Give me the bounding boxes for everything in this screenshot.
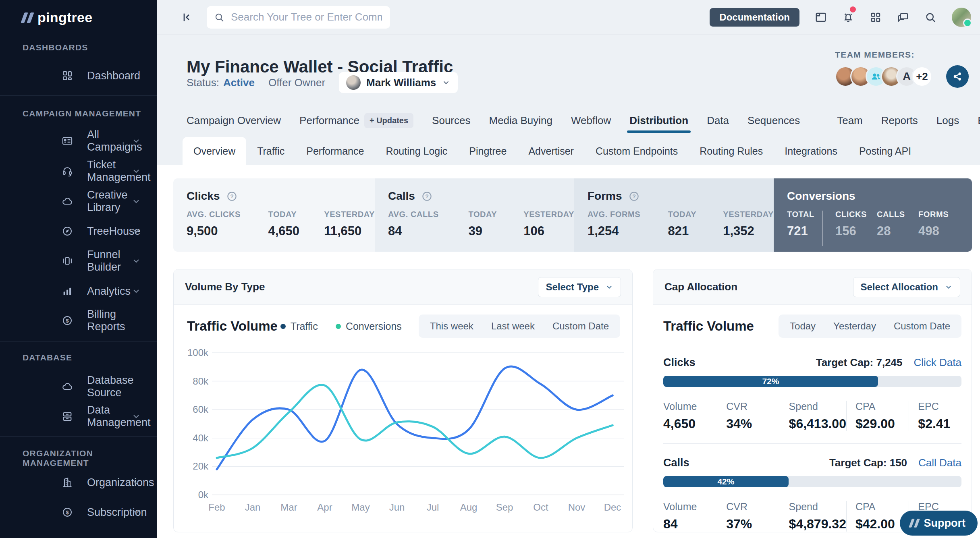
legend-item-conversions: Conversions: [336, 321, 402, 332]
subtab-routing-rules[interactable]: Routing Rules: [689, 137, 774, 165]
tab-performance[interactable]: Performance+ Updates: [299, 108, 413, 133]
tab-sequences[interactable]: Sequences: [747, 108, 800, 133]
help-icon[interactable]: ?: [421, 191, 432, 202]
chevron-down-icon: [945, 283, 953, 291]
sidebar-divider: [0, 341, 157, 341]
notification-badge-dot: [850, 6, 856, 12]
pingtree-logo[interactable]: pingtree: [23, 10, 93, 25]
svg-text:?: ?: [425, 193, 428, 199]
range-this-week[interactable]: This week: [421, 321, 482, 332]
date-range-pills: This week Last week Custom Date: [419, 315, 620, 338]
sidebar-item-treehouse[interactable]: TreeHouse: [0, 222, 157, 240]
offer-owner-select[interactable]: Mark Williams: [339, 72, 458, 93]
subtab-traffic[interactable]: Traffic: [246, 137, 295, 165]
search-icon: [214, 12, 224, 23]
subtab-advertiser[interactable]: Advertiser: [517, 137, 585, 165]
date-range-pills: Today Yesterday Custom Date: [779, 315, 961, 338]
stats-card-forms: Forms ? AVG. FORMS1,254 TODAY821 YESTERD…: [574, 178, 774, 252]
sidebar-item-billing-reports[interactable]: $ Billing Reports: [0, 312, 157, 329]
range-custom-date[interactable]: Custom Date: [885, 321, 959, 332]
search-icon[interactable]: [924, 11, 936, 23]
tab-team[interactable]: Team: [837, 108, 863, 133]
sidebar-item-organizations[interactable]: Organizations: [0, 474, 157, 491]
help-icon[interactable]: ?: [226, 191, 237, 202]
subtab-overview[interactable]: Overview: [183, 137, 246, 165]
tab-brand[interactable]: Brand: [978, 108, 980, 133]
calls-progress-bar: 42%: [663, 476, 961, 487]
subtab-custom-endpoints[interactable]: Custom Endpoints: [585, 137, 689, 165]
headset-icon: [61, 165, 73, 177]
sidebar-item-dashboard[interactable]: Dashboard: [0, 67, 157, 85]
stat-label: CPA: [855, 401, 909, 412]
stat-label: YESTERDAY: [324, 210, 375, 219]
chat-icon[interactable]: [897, 11, 909, 23]
subtab-integrations[interactable]: Integrations: [774, 137, 848, 165]
help-icon[interactable]: ?: [629, 191, 639, 202]
tab-webflow[interactable]: Webflow: [571, 108, 611, 133]
chevron-down-icon: [131, 136, 141, 146]
tab-media-buying[interactable]: Media Buying: [489, 108, 552, 133]
sidebar-item-analytics[interactable]: Analytics: [0, 282, 157, 300]
tab-reports[interactable]: Reports: [881, 108, 918, 133]
stat-value: 106: [523, 224, 574, 238]
funnel-columns-icon: [61, 255, 73, 267]
cap-section-clicks: Clicks Target Cap: 7,245 Click Data 72% …: [663, 355, 961, 444]
stat-label: TODAY: [468, 210, 523, 219]
notifications-bell-icon[interactable]: [842, 11, 854, 23]
cap-name: Clicks: [663, 356, 696, 369]
search-input[interactable]: [230, 10, 383, 24]
tab-logs[interactable]: Logs: [936, 108, 959, 133]
subtab-pingtree[interactable]: Pingtree: [458, 137, 517, 165]
user-avatar[interactable]: [952, 8, 971, 27]
stat-value: $29.00: [855, 416, 909, 431]
sidebar-item-creative-library[interactable]: Creative Library: [0, 192, 157, 210]
progress-fill: 72%: [663, 376, 878, 387]
share-button[interactable]: [946, 65, 969, 88]
bar-chart-icon: [61, 285, 73, 297]
section-divider: [663, 443, 961, 444]
subtab-performance[interactable]: Performance: [295, 137, 375, 165]
tab-campaign-overview[interactable]: Campaign Overview: [187, 108, 281, 133]
tab-sources[interactable]: Sources: [432, 108, 470, 133]
range-last-week[interactable]: Last week: [482, 321, 544, 332]
sidebar-item-funnel-builder[interactable]: Funnel Builder: [0, 252, 157, 270]
stat-value: 84: [388, 224, 468, 238]
select-allocation-dropdown[interactable]: Select Allocation: [853, 277, 961, 297]
call-data-link[interactable]: Call Data: [918, 457, 961, 469]
stats-band: Clicks ? AVG. CLICKS9,500 TODAY4,650 YES…: [173, 178, 972, 252]
documentation-button[interactable]: Documentation: [710, 8, 799, 27]
sidebar-item-data-management[interactable]: Data Management: [0, 408, 157, 425]
select-type-dropdown[interactable]: Select Type: [538, 277, 621, 297]
stat-label: YESTERDAY: [723, 210, 774, 219]
sidebar-item-ticket-management[interactable]: Ticket Management: [0, 162, 157, 180]
building-icon: [61, 476, 73, 488]
subtab-posting-api[interactable]: Posting API: [848, 137, 922, 165]
tab-data[interactable]: Data: [707, 108, 729, 133]
sidebar-section-dashboards: DASHBOARDS: [23, 43, 88, 52]
apps-grid-icon[interactable]: [870, 11, 882, 23]
subtab-routing-logic[interactable]: Routing Logic: [375, 137, 458, 165]
pingtree-logo-icon: [23, 12, 32, 23]
target-cap: Target Cap: 150: [829, 457, 907, 469]
window-icon[interactable]: [815, 11, 827, 23]
compass-icon: [61, 225, 73, 237]
click-data-link[interactable]: Click Data: [914, 356, 961, 369]
stat-value: $2.41: [918, 416, 961, 431]
range-yesterday[interactable]: Yesterday: [824, 321, 885, 332]
sidebar-item-all-campaigns[interactable]: All Campaigns: [0, 132, 157, 150]
support-button[interactable]: Support: [900, 511, 978, 536]
online-status-dot: [963, 19, 972, 27]
stat-label: TODAY: [668, 210, 723, 219]
main-tabs: Campaign Overview Performance+ Updates S…: [187, 108, 972, 133]
sidebar-collapse-button[interactable]: [180, 11, 192, 23]
team-avatar-stack[interactable]: A +2: [835, 66, 932, 87]
range-today[interactable]: Today: [781, 321, 824, 332]
stats-card-clicks: Clicks ? AVG. CLICKS9,500 TODAY4,650 YES…: [173, 178, 375, 252]
sidebar-item-database-source[interactable]: Database Source: [0, 378, 157, 395]
header-zone: Documentation: [157, 0, 980, 165]
range-custom-date[interactable]: Custom Date: [544, 321, 618, 332]
team-avatar-overflow: +2: [911, 66, 932, 87]
legend-dot: [336, 324, 341, 329]
sidebar-item-subscription[interactable]: $ Subscription: [0, 503, 157, 521]
tab-distribution[interactable]: Distribution: [629, 108, 688, 133]
